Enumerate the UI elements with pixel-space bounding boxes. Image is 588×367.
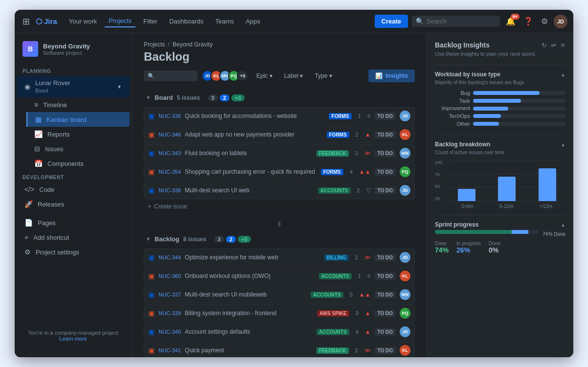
epic-filter[interactable]: Epic ▾ xyxy=(252,70,276,81)
issue-avatar: PQ xyxy=(400,308,410,319)
sidebar-item-kanban[interactable]: ▦ Kanban board xyxy=(26,112,130,127)
y-label-75: 75 xyxy=(435,172,442,177)
issue-avatar: MN xyxy=(400,289,410,300)
backlog-section-header[interactable]: ▼ Backlog 8 issues 3 2 +0 xyxy=(144,231,415,247)
toolbar: 🔍 JD KL MN PQ +3 Epic ▾ Label ▾ Type ▾ 📊… xyxy=(144,69,415,82)
settings-icon[interactable]: ⇌ xyxy=(551,42,556,49)
type-filter[interactable]: Type ▾ xyxy=(311,70,336,81)
priority-icon: ≫ xyxy=(364,347,371,354)
issue-tag: FORMS xyxy=(329,113,351,119)
divider-icon: ⇕ xyxy=(277,221,282,228)
priority-icon: ▲▲ xyxy=(359,168,371,175)
search-input[interactable] xyxy=(427,18,496,25)
priority-icon: ▲▲ xyxy=(359,291,371,298)
table-row[interactable]: ▣ NUC-346 Adapt web app no new payments … xyxy=(144,126,415,143)
badge-3b: 3 xyxy=(214,236,224,243)
search-icon: 🔍 xyxy=(416,18,424,25)
board-section-header[interactable]: ▼ Board 5 issues 3 2 +0 xyxy=(144,90,415,105)
breadcrumb-project[interactable]: Beyond Gravity xyxy=(173,41,213,48)
sprint-remaining-label: Done xyxy=(489,241,500,246)
bar-chart-container: 100 75 50 25 xyxy=(435,160,565,209)
sidebar-item-code[interactable]: </> Code xyxy=(17,182,130,197)
table-row[interactable]: ▣ NUC-339 Billing system integration - f… xyxy=(144,304,415,322)
sidebar-item-components[interactable]: 📅 Components xyxy=(26,156,130,171)
divider: ⇕ xyxy=(144,217,415,231)
sprint-chevron: ▲ xyxy=(561,222,565,228)
nav-apps[interactable]: Apps xyxy=(242,16,264,27)
badge-2b: 2 xyxy=(226,236,236,243)
table-row[interactable]: ▣ NUC-354 Shopping cart purchasing error… xyxy=(144,163,415,181)
workload-bar-improvement xyxy=(473,107,508,111)
priority-icon: ≫ xyxy=(364,254,371,261)
workload-row-other: Other xyxy=(435,121,565,127)
issue-num: 3 xyxy=(353,310,361,316)
issue-title: Adapt web app no new payments provider xyxy=(185,131,323,138)
app-window: ⊞ ⬡ Jira Your work Projects Filter Dashb… xyxy=(15,10,573,357)
insights-actions: ↻ ⇌ ✕ xyxy=(542,42,565,49)
project-info: Beyond Gravity Software project xyxy=(43,43,90,56)
footer-link[interactable]: Learn more xyxy=(59,336,87,342)
issue-type-icon: ▣ xyxy=(148,328,155,336)
table-row[interactable]: ▣ NUC-341 Quick payment FEEDBACK 2 ≫ TO … xyxy=(144,342,415,357)
nav-filter[interactable]: Filter xyxy=(139,16,161,27)
bar-group-12m xyxy=(489,160,525,201)
toolbar-search-input[interactable] xyxy=(157,72,194,79)
sprint-inprogress-val: 26% xyxy=(456,246,481,254)
nav-your-work[interactable]: Your work xyxy=(65,16,101,27)
user-avatar[interactable]: JD xyxy=(554,15,567,28)
board-badges: 3 2 +0 xyxy=(208,94,245,101)
refresh-icon[interactable]: ↻ xyxy=(542,42,547,49)
sidebar-item-timeline[interactable]: ≡ Timeline xyxy=(26,97,130,112)
insights-panel: Backlog Insights ↻ ⇌ ✕ Use these insight… xyxy=(427,33,573,357)
settings-button[interactable]: ⚙ xyxy=(539,15,550,28)
table-row[interactable]: ▣ NUC-344 Optimize experience for mobile… xyxy=(144,249,415,266)
page-title: Backlog xyxy=(144,50,415,64)
toolbar-search[interactable]: 🔍 xyxy=(144,70,198,81)
sidebar-item-issues[interactable]: ⊟ Issues xyxy=(26,141,130,156)
issue-type-icon: ▣ xyxy=(148,272,155,280)
sidebar-item-issues-label: Issues xyxy=(45,145,64,153)
create-issue-row[interactable]: + Create issue xyxy=(144,200,415,213)
sidebar-footer: You're in a company-managed project Lear… xyxy=(15,322,132,349)
grid-icon[interactable]: ⊞ xyxy=(21,14,32,29)
sprint-percent-label: 74% Done xyxy=(543,231,565,237)
search-box[interactable]: 🔍 xyxy=(412,16,500,27)
issue-avatar: PQ xyxy=(400,166,410,177)
y-label-25: 25 xyxy=(435,196,442,201)
nav-dashboards[interactable]: Dashboards xyxy=(165,16,207,27)
workload-bar-techops xyxy=(473,114,501,118)
workload-section-header: Workload by issue type ▲ xyxy=(435,71,565,78)
breadcrumb-projects[interactable]: Projects xyxy=(144,41,165,48)
table-row[interactable]: ▣ NUC-336 Quick booking for accomodation… xyxy=(144,107,415,125)
table-row[interactable]: ▣ NUC-360 Onboard workout options (OWO) … xyxy=(144,267,415,285)
issue-type-icon: ▣ xyxy=(148,186,155,194)
sidebar-item-project-settings[interactable]: ⚙ Project settings xyxy=(17,245,130,259)
close-icon[interactable]: ✕ xyxy=(560,42,565,49)
backlog-area: Projects / Beyond Gravity Backlog 🔍 JD K… xyxy=(132,33,427,357)
table-row[interactable]: ▣ NUC-338 Multi-dest search UI web ACCOU… xyxy=(144,182,415,199)
notifications-button[interactable]: 🔔 9+ xyxy=(504,15,518,28)
breadcrumb: Projects / Beyond Gravity xyxy=(144,41,415,48)
nav-teams[interactable]: Teams xyxy=(211,16,238,27)
create-button[interactable]: Create xyxy=(375,15,408,28)
sidebar-item-pages[interactable]: 📄 Pages xyxy=(17,215,130,230)
sidebar-item-add-shortcut[interactable]: + Add shortcut xyxy=(17,230,130,245)
issue-tag: FORMS xyxy=(327,132,349,138)
sidebar-item-reports-label: Reports xyxy=(47,131,70,138)
sidebar-item-lunar-rover[interactable]: ◉ Lunar RoverBoard ▼ xyxy=(17,76,130,97)
table-row[interactable]: ▣ NUC-343 Fluid booking on tablets FEEDB… xyxy=(144,144,415,162)
status-badge: TO DO xyxy=(375,254,396,261)
issue-title: Multi-dest search UI web xyxy=(185,187,314,194)
project-settings-icon: ⚙ xyxy=(24,248,31,256)
sidebar-item-reports[interactable]: 📈 Reports xyxy=(26,127,130,141)
table-row[interactable]: ▣ NUC-337 Multi-dest search UI mobileweb… xyxy=(144,286,415,303)
sidebar-item-releases[interactable]: 🚀 Releases xyxy=(17,197,130,211)
issue-key: NUC-337 xyxy=(158,292,181,298)
avatar-more[interactable]: +3 xyxy=(237,70,249,82)
label-filter[interactable]: Label ▾ xyxy=(280,70,307,81)
help-button[interactable]: ❓ xyxy=(521,15,535,28)
sprint-section-header: Sprint progress ▲ xyxy=(435,221,565,228)
table-row[interactable]: ▣ NUC-340 Account settings defaults ACCO… xyxy=(144,323,415,341)
insights-button[interactable]: 📊 Insights xyxy=(368,69,415,82)
nav-projects[interactable]: Projects xyxy=(105,15,136,27)
